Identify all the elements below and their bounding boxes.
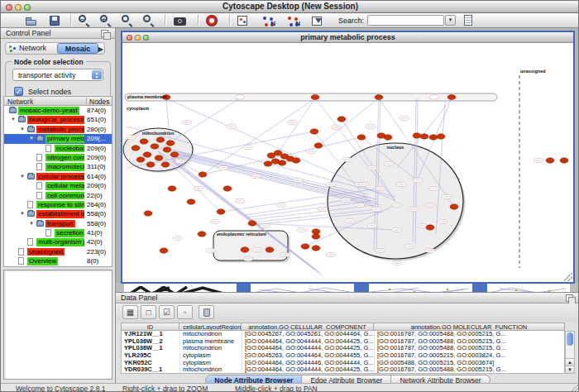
background-window-edge[interactable] — [354, 283, 369, 292]
snapshot-icon[interactable] — [173, 14, 188, 27]
gene-node[interactable] — [166, 141, 175, 146]
annotation-tool-icon[interactable] — [310, 14, 325, 27]
new-network-from-selection-icon[interactable]: N — [261, 14, 275, 27]
tree-row-nitrogen-compo[interactable]: nitrogen compo209(0) — [4, 153, 112, 162]
column-network[interactable]: Network — [7, 98, 33, 106]
gene-node[interactable] — [426, 225, 434, 230]
background-window-fragment[interactable] — [487, 283, 570, 292]
gene-node[interactable] — [155, 155, 163, 160]
tree-row-unassigned[interactable]: unassigned223(0) — [4, 247, 112, 256]
background-window-fragment[interactable] — [124, 283, 237, 292]
gene-node[interactable] — [450, 204, 458, 209]
delete-attribute-icon[interactable] — [199, 305, 214, 319]
gene-node[interactable] — [151, 144, 159, 149]
gene-node[interactable] — [447, 95, 456, 100]
gene-node[interactable] — [199, 172, 207, 177]
gene-node[interactable] — [337, 117, 346, 122]
gene-node[interactable] — [241, 247, 249, 252]
gene-label-node[interactable] — [429, 95, 439, 99]
gene-node[interactable] — [223, 186, 232, 191]
disclosure-triangle-icon[interactable]: ▼ — [29, 136, 34, 141]
zoom-in-icon[interactable]: + — [98, 14, 113, 27]
attribute-table-icon[interactable]: ▦ — [122, 305, 138, 319]
background-window-fragment[interactable] — [251, 283, 354, 292]
gene-node[interactable] — [278, 160, 286, 165]
gene-node[interactable] — [146, 162, 155, 167]
gene-node[interactable] — [314, 143, 323, 148]
table-row[interactable]: YKR052Ccytoplasm[GO:0044464, GO:0044446,… — [122, 360, 564, 367]
tree-row-transport[interactable]: ▼transport558(0) — [4, 219, 112, 228]
tree-row-overview[interactable]: Overview8(0) — [4, 256, 112, 265]
open-file-icon[interactable] — [24, 14, 39, 27]
disclosure-triangle-icon[interactable]: ▼ — [20, 211, 25, 216]
window-resize-grip[interactable] — [564, 273, 572, 281]
background-window-edge[interactable] — [237, 283, 251, 292]
gene-node[interactable] — [357, 135, 366, 140]
gene-node[interactable] — [187, 199, 195, 204]
gene-label-node[interactable] — [235, 95, 245, 99]
network-edge[interactable] — [276, 98, 315, 155]
select-attributes-icon[interactable]: ☑ — [159, 305, 175, 319]
zoom-fit-icon[interactable]: ▫ — [141, 14, 156, 27]
network-edge[interactable] — [318, 98, 379, 146]
tab-overflow-arrow-icon[interactable]: ▶ — [98, 45, 103, 53]
float-panel-icon[interactable] — [101, 30, 108, 37]
search-options-icon[interactable] — [461, 14, 476, 27]
tree-row-establishment-of-lo[interactable]: ▼establishment of lo558(0) — [4, 209, 112, 218]
save-session-icon[interactable] — [47, 14, 62, 27]
tree-row-metabolic-process[interactable]: ▼metabolic process280(0) — [4, 125, 112, 134]
select-nodes-checkbox[interactable]: ✓ — [14, 87, 23, 96]
tree-row-macromolecule[interactable]: macromolecule311(0) — [4, 162, 112, 171]
gene-node[interactable] — [160, 248, 168, 253]
zoom-selected-icon[interactable] — [120, 14, 135, 27]
gene-node[interactable] — [163, 147, 171, 152]
zoom-out-icon[interactable]: − — [77, 14, 92, 27]
destroy-network-view-icon[interactable]: N — [285, 14, 300, 27]
network-canvas[interactable]: plasma membranecytoplasmmitochondrionnuc… — [122, 43, 573, 282]
gene-node[interactable] — [132, 146, 140, 151]
float-panel-icon[interactable] — [566, 294, 573, 302]
column-header[interactable]: annotation.GO CELLULAR_COMPONENT — [242, 323, 374, 331]
tree-row-secretion[interactable]: secretion41(0) — [4, 228, 112, 237]
gene-node[interactable] — [437, 134, 445, 139]
column-nodes[interactable]: Nodes — [86, 98, 110, 106]
scroll-up-icon[interactable]: ▲ — [566, 358, 574, 366]
column-header[interactable]: annotation.GO MOLECULAR_FUNCTION — [374, 323, 565, 331]
new-attribute-icon[interactable]: □ — [141, 305, 156, 319]
disclosure-triangle-icon[interactable]: ▼ — [11, 117, 16, 122]
network-window-titlebar[interactable]: primary metabolic process — [122, 32, 573, 43]
gene-node[interactable] — [140, 139, 148, 144]
unselect-attributes-icon[interactable]: ▫ — [177, 305, 193, 319]
gene-node[interactable] — [217, 209, 225, 214]
scroll-down-icon[interactable]: ▼ — [566, 366, 574, 373]
help-ring-icon[interactable] — [204, 14, 219, 27]
tree-row-biological-process[interactable]: ▼biological_process651(0) — [4, 115, 112, 124]
disclosure-triangle-icon[interactable]: ▼ — [20, 174, 25, 179]
gene-node[interactable] — [292, 158, 300, 163]
gene-node[interactable] — [136, 157, 145, 162]
app-resize-grip[interactable] — [571, 385, 578, 392]
tree-row-cellular-process[interactable]: ▼cellular process614(0) — [4, 172, 112, 181]
column-header[interactable]: ID — [121, 323, 179, 331]
gene-node[interactable] — [143, 152, 151, 157]
gene-node[interactable] — [312, 246, 320, 251]
gene-node[interactable] — [156, 137, 165, 142]
gene-node[interactable] — [420, 134, 428, 139]
gene-node[interactable] — [413, 133, 421, 138]
column-header[interactable]: _cellularLayoutRegion — [179, 323, 242, 331]
gene-node[interactable] — [161, 162, 170, 167]
table-row[interactable]: YPL036W__1mitochondrion[GO:0044464, GO:0… — [122, 345, 564, 352]
background-window-fragment[interactable] — [369, 283, 472, 292]
tree-row-nucleobase-[interactable]: nucleobase-209(0) — [4, 144, 112, 153]
table-vertical-scrollbar[interactable]: ▲ ▼ — [565, 331, 575, 374]
tab-network[interactable]: Network — [6, 43, 57, 54]
table-row[interactable]: YJR121W__1mitochondrion[GO:0045267, GO:0… — [122, 331, 564, 338]
table-row[interactable]: YDR039C__1mitochondrion[GO:0044464, GO:0… — [122, 366, 564, 374]
node-color-dropdown[interactable]: transporter activity ▲▼ — [12, 69, 103, 81]
fit-content-icon[interactable] — [236, 14, 251, 27]
gene-node[interactable] — [384, 135, 392, 140]
gene-node[interactable] — [168, 186, 176, 191]
table-row[interactable]: YLR295Ccytoplasm[GO:0045263, GO:0044464,… — [122, 352, 564, 360]
tree-row-multi-organism-pro[interactable]: multi-organism pro42(0) — [4, 237, 112, 246]
tree-row-primary-metabo[interactable]: ▼primary metabo209(... — [4, 134, 112, 143]
